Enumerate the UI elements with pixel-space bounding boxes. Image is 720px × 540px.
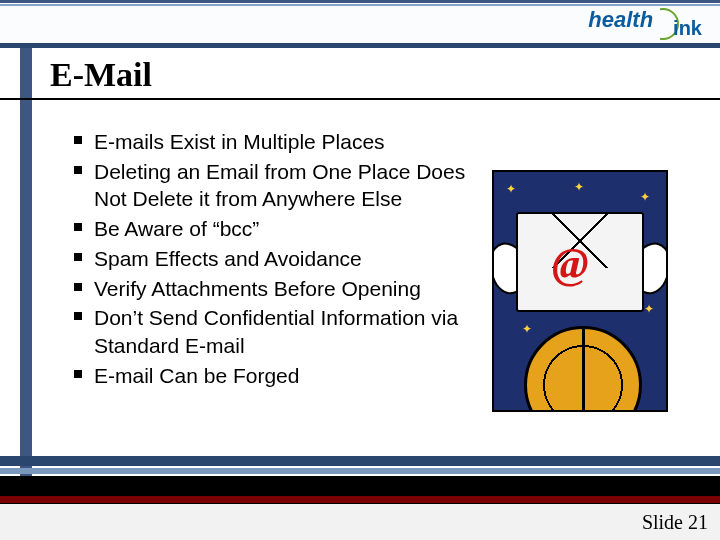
bullet-item: E-mail Can be Forged: [74, 362, 488, 390]
healthlink-logo: health ink: [588, 8, 702, 40]
at-sign-icon: @: [552, 238, 589, 289]
top-bar: health ink: [0, 0, 720, 48]
footer-bar: Slide 21: [0, 504, 720, 540]
bullet-item: Spam Effects and Avoidance: [74, 245, 488, 273]
star-icon: ✦: [644, 302, 654, 316]
star-icon: ✦: [640, 190, 650, 204]
globe-icon: [524, 326, 642, 412]
bullet-item: Don’t Send Confidential Information via …: [74, 304, 488, 359]
slide-title: E-Mail: [50, 56, 152, 94]
divider-stripe: [0, 456, 720, 466]
bullet-list: E-mails Exist in Multiple Places Deletin…: [74, 128, 488, 389]
bullet-content: E-mails Exist in Multiple Places Deletin…: [74, 128, 488, 391]
bullet-item: Be Aware of “bcc”: [74, 215, 488, 243]
logo-text-health: health: [588, 7, 653, 33]
email-clipart: ✦ ✦ ✦ ✦ ✦ @: [492, 170, 668, 412]
logo-text-link: ink: [673, 17, 702, 40]
bullet-item: E-mails Exist in Multiple Places: [74, 128, 488, 156]
star-icon: ✦: [506, 182, 516, 196]
bullet-item: Deleting an Email from One Place Does No…: [74, 158, 488, 213]
title-underline: [0, 98, 720, 100]
divider-stripe: [0, 468, 720, 474]
slide-number: Slide 21: [642, 511, 708, 534]
black-band: [0, 476, 720, 502]
star-icon: ✦: [574, 180, 584, 194]
star-icon: ✦: [522, 322, 532, 336]
bullet-item: Verify Attachments Before Opening: [74, 275, 488, 303]
left-accent-stripe: [20, 0, 32, 498]
